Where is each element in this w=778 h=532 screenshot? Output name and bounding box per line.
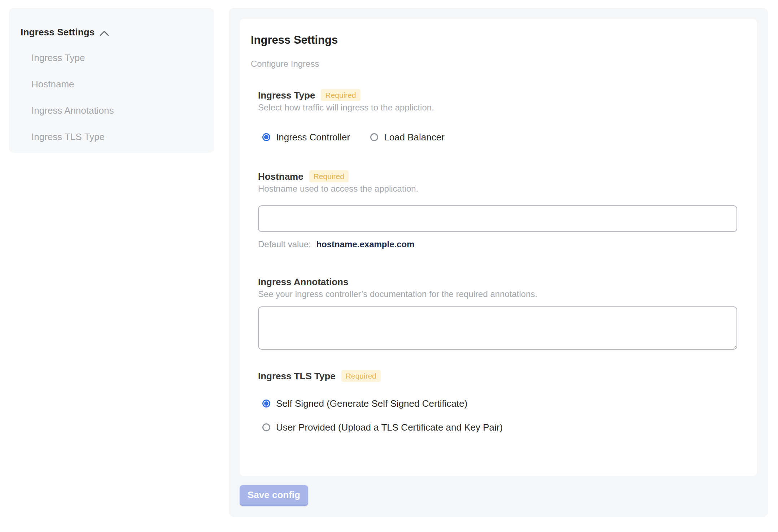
ingress-type-section: Ingress Type Required Select how traffic… bbox=[258, 89, 738, 143]
default-value-label: Default value: bbox=[258, 239, 311, 249]
radio-option-load-balancer[interactable]: Load Balancer bbox=[370, 131, 445, 143]
hostname-default-line: Default value: hostname.example.com bbox=[258, 239, 738, 249]
radio-label: Load Balancer bbox=[384, 131, 445, 143]
ingress-type-description: Select how traffic will ingress to the a… bbox=[258, 103, 738, 113]
ingress-type-label: Ingress Type bbox=[258, 90, 315, 101]
sidebar-item-ingress-annotations[interactable]: Ingress Annotations bbox=[31, 105, 202, 116]
required-badge: Required bbox=[309, 170, 349, 182]
hostname-label: Hostname bbox=[258, 171, 303, 182]
hostname-description: Hostname used to access the application. bbox=[258, 184, 738, 194]
page-title: Ingress Settings bbox=[251, 33, 738, 47]
radio-option-ingress-controller[interactable]: Ingress Controller bbox=[262, 131, 350, 143]
radio-unselected-icon[interactable] bbox=[370, 133, 378, 141]
ingress-settings-sidebar: Ingress Settings Ingress Type Hostname I… bbox=[9, 8, 214, 153]
default-value-text: hostname.example.com bbox=[316, 239, 414, 249]
radio-option-self-signed[interactable]: Self Signed (Generate Self Signed Certif… bbox=[262, 398, 738, 409]
ingress-annotations-label: Ingress Annotations bbox=[258, 276, 348, 288]
radio-selected-icon[interactable] bbox=[262, 133, 270, 141]
sidebar-section-toggle[interactable]: Ingress Settings bbox=[21, 27, 202, 38]
hostname-section: Hostname Required Hostname used to acces… bbox=[258, 170, 738, 249]
ingress-settings-card: Ingress Settings Configure Ingress Ingre… bbox=[240, 19, 757, 476]
hostname-input[interactable] bbox=[258, 205, 737, 232]
required-badge: Required bbox=[321, 89, 360, 101]
ingress-annotations-description: See your ingress controller’s documentat… bbox=[258, 289, 738, 299]
ingress-annotations-section: Ingress Annotations See your ingress con… bbox=[258, 276, 738, 350]
sidebar-item-ingress-tls-type[interactable]: Ingress TLS Type bbox=[31, 131, 202, 143]
radio-unselected-icon[interactable] bbox=[262, 423, 270, 431]
radio-label: Self Signed (Generate Self Signed Certif… bbox=[276, 398, 467, 409]
ingress-annotations-textarea[interactable] bbox=[258, 306, 737, 350]
ingress-tls-type-label: Ingress TLS Type bbox=[258, 370, 336, 382]
radio-option-user-provided[interactable]: User Provided (Upload a TLS Certificate … bbox=[262, 422, 738, 433]
radio-label: User Provided (Upload a TLS Certificate … bbox=[276, 422, 503, 433]
sidebar-item-ingress-type[interactable]: Ingress Type bbox=[31, 52, 202, 64]
page-subtitle: Configure Ingress bbox=[251, 59, 738, 69]
tls-radio-group: Self Signed (Generate Self Signed Certif… bbox=[262, 382, 738, 433]
sidebar-item-hostname[interactable]: Hostname bbox=[31, 79, 202, 90]
radio-label: Ingress Controller bbox=[276, 131, 350, 143]
settings-panel: Ingress Settings Configure Ingress Ingre… bbox=[229, 8, 768, 517]
chevron-up-icon[interactable] bbox=[100, 30, 109, 36]
sidebar-nav: Ingress Type Hostname Ingress Annotation… bbox=[21, 52, 202, 143]
save-config-button[interactable]: Save config bbox=[240, 485, 308, 506]
required-badge: Required bbox=[341, 370, 381, 382]
sidebar-section-title: Ingress Settings bbox=[21, 27, 95, 38]
ingress-tls-type-section: Ingress TLS Type Required Self Signed (G… bbox=[258, 370, 738, 433]
radio-selected-icon[interactable] bbox=[262, 400, 270, 407]
ingress-type-radio-group: Ingress Controller Load Balancer bbox=[262, 131, 738, 143]
